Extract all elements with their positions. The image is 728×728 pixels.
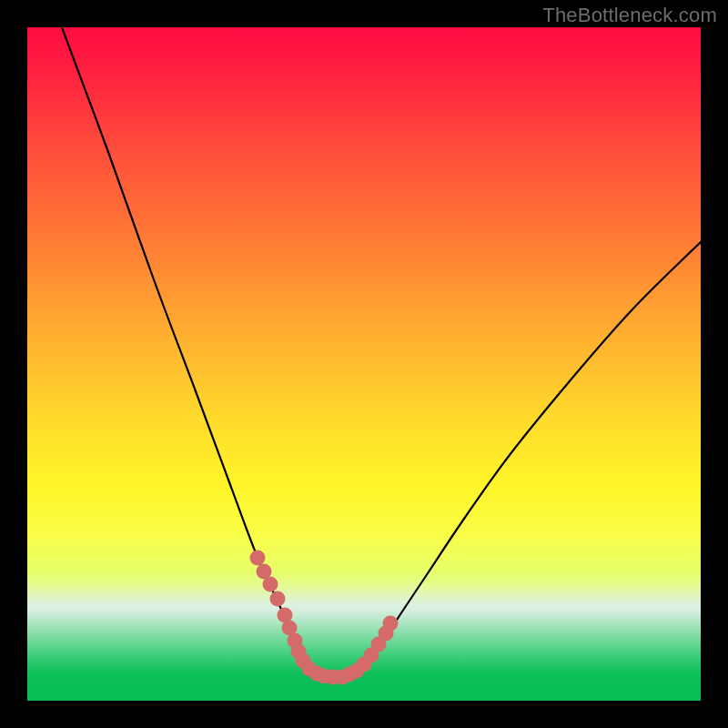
chart-frame: TheBottleneck.com — [0, 0, 728, 728]
highlight-dot — [270, 592, 286, 607]
bottleneck-curve — [62, 27, 701, 676]
watermark-text: TheBottleneck.com — [542, 4, 717, 27]
highlight-dot — [263, 577, 278, 592]
plot-area — [27, 27, 701, 701]
highlight-dots-right — [357, 616, 399, 672]
curve-layer — [27, 27, 701, 701]
highlight-dot — [383, 616, 399, 632]
highlight-dot — [250, 551, 266, 566]
highlight-dots-left — [250, 551, 311, 669]
highlight-dots-bottom — [302, 662, 365, 685]
